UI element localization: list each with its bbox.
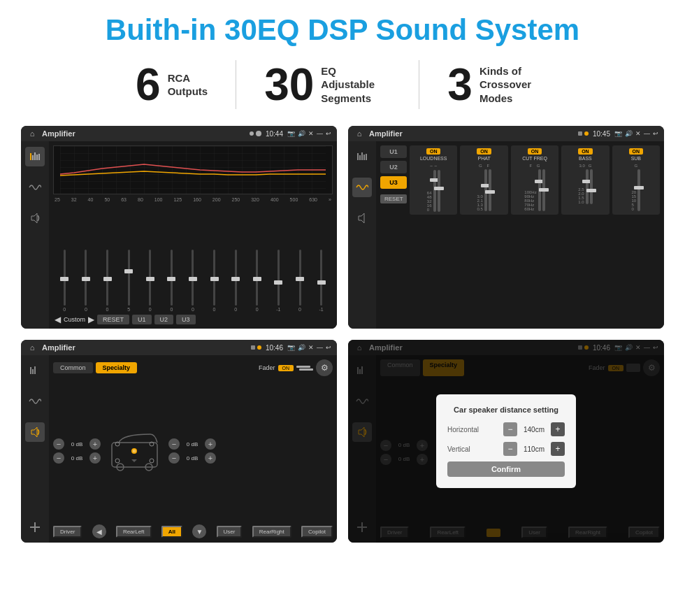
phat-on-btn[interactable]: ON bbox=[477, 148, 491, 155]
stat-eq: 30 EQ Adjustable Segments bbox=[236, 62, 419, 107]
stats-row: 6 RCA Outputs 30 EQ Adjustable Segments … bbox=[21, 60, 664, 109]
expand-icon-3[interactable] bbox=[25, 517, 45, 537]
eq-graph bbox=[53, 145, 333, 194]
crossover-bottom-nav: Driver ◀ RearLeft All ▼ User RearRight C… bbox=[53, 524, 333, 538]
vertical-row: Vertical − 110cm + bbox=[447, 442, 565, 456]
home-icon-3[interactable]: ⌂ bbox=[27, 342, 38, 353]
module-bass: ON BASS 3.0 G 2.52.01.51.0 bbox=[561, 145, 609, 215]
cutfreq-on-btn[interactable]: ON bbox=[528, 148, 542, 155]
amp-reset-btn[interactable]: RESET bbox=[380, 194, 407, 203]
vertical-value: 110cm bbox=[520, 445, 548, 453]
speaker-icon-3[interactable] bbox=[25, 422, 45, 442]
loudness-on-btn[interactable]: ON bbox=[426, 148, 441, 155]
tab-common[interactable]: Common bbox=[53, 362, 93, 373]
stat-number-30: 30 bbox=[264, 62, 314, 107]
left-arrow-btn[interactable]: ◀ bbox=[92, 524, 106, 538]
horizontal-minus-btn[interactable]: − bbox=[503, 422, 517, 436]
fader-label: Fader bbox=[259, 364, 275, 371]
horizontal-label: Horizontal bbox=[447, 426, 479, 434]
eq-next-icon[interactable]: ▶ bbox=[88, 315, 94, 324]
loudness-label: LOUDNESS bbox=[420, 156, 447, 161]
screen-crossover: ⌂ Amplifier 10:46 📷 🔊 ✕ — ↩ bbox=[21, 340, 337, 543]
db-minus-fl[interactable]: − bbox=[53, 438, 64, 450]
eq-icon-active[interactable] bbox=[25, 147, 45, 166]
wave-icon-3[interactable] bbox=[25, 392, 45, 411]
stat-number-3: 3 bbox=[447, 62, 473, 107]
eq-u3-btn[interactable]: U3 bbox=[176, 315, 196, 324]
eq-icon-3[interactable] bbox=[25, 361, 45, 380]
close-icon-2[interactable]: ✕ bbox=[635, 130, 641, 137]
db-value-rl: 0 dB bbox=[66, 455, 87, 461]
camera-icon-1: 📷 bbox=[287, 130, 295, 137]
status-bar-2: ⌂ Amplifier 10:45 📷 🔊 ✕ — ↩ bbox=[348, 126, 664, 141]
amp-controls: ON LOUDNESS ~~ 644832160 bbox=[410, 145, 660, 324]
home-icon-1[interactable]: ⌂ bbox=[27, 128, 38, 139]
vertical-minus-btn[interactable]: − bbox=[503, 442, 517, 456]
fader-on-btn[interactable]: ON bbox=[278, 365, 294, 371]
volume-icon-2: 🔊 bbox=[625, 130, 633, 137]
db-plus-fl[interactable]: + bbox=[89, 438, 101, 450]
slider-col-0: 0 bbox=[55, 250, 75, 312]
preset-u1[interactable]: U1 bbox=[380, 145, 407, 158]
home-icon-2[interactable]: ⌂ bbox=[354, 128, 365, 139]
vertical-stepper: − 110cm + bbox=[503, 442, 565, 456]
sub-on-btn[interactable]: ON bbox=[629, 148, 644, 155]
db-value-fr: 0 dB bbox=[182, 441, 203, 447]
amp-modules-row: ON LOUDNESS ~~ 644832160 bbox=[410, 145, 660, 215]
db-plus-fr[interactable]: + bbox=[205, 438, 216, 450]
db-minus-fr[interactable]: − bbox=[168, 438, 180, 450]
back-icon-2[interactable]: ↩ bbox=[653, 130, 658, 137]
user-btn[interactable]: User bbox=[217, 526, 243, 538]
wave-icon[interactable] bbox=[25, 178, 45, 197]
eq-prev-icon[interactable]: ◀ bbox=[55, 315, 61, 324]
close-icon-3[interactable]: ✕ bbox=[308, 344, 314, 351]
rearleft-btn[interactable]: RearLeft bbox=[116, 526, 152, 538]
back-icon-1[interactable]: ↩ bbox=[326, 130, 331, 137]
driver-btn[interactable]: Driver bbox=[53, 526, 82, 538]
svg-rect-10 bbox=[363, 155, 365, 160]
minimize-icon-3[interactable]: — bbox=[317, 344, 323, 351]
eq-icon-2[interactable] bbox=[352, 147, 372, 166]
speaker-icon[interactable] bbox=[25, 208, 45, 228]
status-bar-3: ⌂ Amplifier 10:46 📷 🔊 ✕ — ↩ bbox=[21, 340, 337, 355]
all-btn[interactable]: All bbox=[161, 526, 182, 538]
close-icon-1[interactable]: ✕ bbox=[308, 130, 314, 137]
svg-rect-13 bbox=[30, 367, 31, 374]
confirm-button[interactable]: Confirm bbox=[447, 461, 565, 477]
screen1-time: 10:44 bbox=[266, 130, 283, 138]
down-arrow-btn[interactable]: ▼ bbox=[192, 524, 206, 538]
dialog-title: Car speaker distance setting bbox=[447, 406, 565, 414]
rearright-btn[interactable]: RearRight bbox=[252, 526, 291, 538]
speaker-icon-2[interactable] bbox=[352, 208, 372, 228]
preset-u2[interactable]: U2 bbox=[380, 161, 407, 173]
db-plus-rr[interactable]: + bbox=[205, 452, 216, 464]
db-minus-rl[interactable]: − bbox=[53, 452, 64, 464]
db-plus-rl[interactable]: + bbox=[89, 452, 101, 464]
eq-u2-btn[interactable]: U2 bbox=[154, 315, 174, 324]
screen2-sidebar bbox=[348, 141, 376, 329]
eq-u1-btn[interactable]: U1 bbox=[132, 315, 152, 324]
phat-label: PHAT bbox=[478, 156, 491, 161]
settings-icon-3[interactable]: ⚙ bbox=[316, 359, 333, 376]
screen1-title: Amplifier bbox=[42, 129, 245, 138]
status-bar-1: ⌂ Amplifier 10:44 📷 🔊 ✕ — ↩ bbox=[21, 126, 337, 141]
screen-eq: ⌂ Amplifier 10:44 📷 🔊 ✕ — ↩ bbox=[21, 126, 337, 329]
wave-icon-2[interactable] bbox=[352, 178, 372, 197]
bass-on-btn[interactable]: ON bbox=[578, 148, 593, 155]
horizontal-plus-btn[interactable]: + bbox=[551, 422, 565, 436]
page-container: Buith-in 30EQ DSP Sound System 6 RCA Out… bbox=[0, 0, 685, 557]
eq-nav-row: ◀ Custom ▶ RESET U1 U2 U3 bbox=[53, 312, 333, 324]
back-icon-3[interactable]: ↩ bbox=[326, 344, 331, 351]
volume-icon-1: 🔊 bbox=[298, 130, 305, 137]
eq-reset-btn[interactable]: RESET bbox=[97, 315, 129, 324]
minimize-icon-1[interactable]: — bbox=[317, 130, 323, 137]
minimize-icon-2[interactable]: — bbox=[644, 130, 650, 137]
right-db-controls: − 0 dB + − 0 dB + bbox=[168, 438, 216, 464]
vertical-plus-btn[interactable]: + bbox=[551, 442, 565, 456]
preset-u3[interactable]: U3 bbox=[380, 176, 407, 189]
stat-rca: 6 RCA Outputs bbox=[108, 62, 236, 107]
db-minus-rr[interactable]: − bbox=[168, 452, 180, 464]
tab-specialty[interactable]: Specialty bbox=[96, 362, 138, 373]
copilot-btn[interactable]: Copilot bbox=[301, 526, 333, 538]
db-value-rr: 0 dB bbox=[182, 455, 203, 461]
